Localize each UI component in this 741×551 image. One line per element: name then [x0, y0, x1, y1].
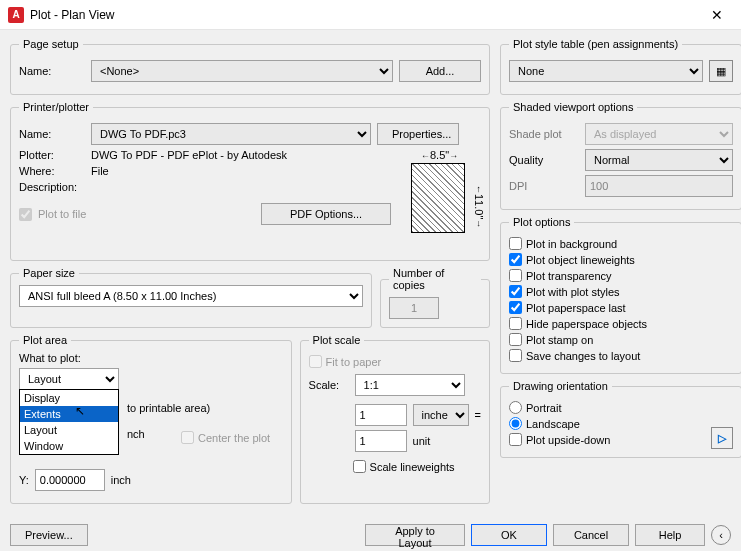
shade-plot-label: Shade plot — [509, 128, 579, 140]
plot-stamp-checkbox[interactable] — [509, 333, 522, 346]
paper-size-select[interactable]: ANSI full bleed A (8.50 x 11.00 Inches) — [19, 285, 363, 307]
quality-select[interactable]: Normal — [585, 149, 733, 171]
help-button[interactable]: Help — [635, 524, 705, 546]
window-title: Plot - Plan View — [30, 8, 701, 22]
copies-legend: Number of copies — [389, 267, 481, 291]
scale-denominator[interactable] — [355, 430, 407, 452]
what-to-plot-select[interactable]: Layout — [19, 368, 119, 390]
plot-transparency-label: Plot transparency — [526, 270, 612, 282]
y-offset-input[interactable] — [35, 469, 105, 491]
plot-area-group: Plot area What to plot: Layout Display E… — [10, 334, 292, 504]
paper-preview: ←8.5"→ ←11.0"→ — [401, 145, 481, 245]
shade-plot-select: As displayed — [585, 123, 733, 145]
plot-stamp-label: Plot stamp on — [526, 334, 593, 346]
apply-layout-button[interactable]: Apply to Layout — [365, 524, 465, 546]
plot-background-checkbox[interactable] — [509, 237, 522, 250]
cancel-button[interactable]: Cancel — [553, 524, 629, 546]
plot-scale-legend: Plot scale — [309, 334, 365, 346]
paper-height-dim: ←11.0"→ — [473, 185, 485, 228]
page-setup-group: Page setup Name: <None> Add... — [10, 38, 490, 95]
plot-to-file-checkbox — [19, 208, 32, 221]
landscape-radio[interactable] — [509, 417, 522, 430]
landscape-label: Landscape — [526, 418, 580, 430]
close-button[interactable]: ✕ — [701, 3, 733, 27]
plot-options-group: Plot options Plot in background Plot obj… — [500, 216, 741, 374]
pdf-options-button[interactable]: PDF Options... — [261, 203, 391, 225]
plot-styles-label: Plot with plot styles — [526, 286, 620, 298]
portrait-radio[interactable] — [509, 401, 522, 414]
dpi-label: DPI — [509, 180, 579, 192]
paper-width-dim: ←8.5"→ — [421, 149, 458, 161]
y-label: Y: — [19, 474, 29, 486]
plot-style-edit-button[interactable]: ▦ — [709, 60, 733, 82]
scale-lineweights-checkbox[interactable] — [353, 460, 366, 473]
orientation-icon: ▷ — [711, 427, 733, 449]
scale-select[interactable]: 1:1 — [355, 374, 465, 396]
printer-legend: Printer/plotter — [19, 101, 93, 113]
y-unit: inch — [111, 474, 131, 486]
scale-lineweights-label: Scale lineweights — [370, 461, 455, 473]
dd-option-display[interactable]: Display — [20, 390, 118, 406]
copies-input — [389, 297, 439, 319]
portrait-label: Portrait — [526, 402, 561, 414]
paper-size-legend: Paper size — [19, 267, 79, 279]
plot-background-label: Plot in background — [526, 238, 617, 250]
printable-area-text: to printable area) — [127, 402, 210, 414]
plot-scale-group: Plot scale Fit to paper Scale: 1:1 inche… — [300, 334, 490, 504]
shaded-viewport-group: Shaded viewport options Shade plot As di… — [500, 101, 741, 210]
dd-option-layout[interactable]: Layout — [20, 422, 118, 438]
shaded-legend: Shaded viewport options — [509, 101, 637, 113]
save-changes-label: Save changes to layout — [526, 350, 640, 362]
expand-button[interactable]: ‹ — [711, 525, 731, 545]
ok-button[interactable]: OK — [471, 524, 547, 546]
page-setup-legend: Page setup — [19, 38, 83, 50]
plotter-value: DWG To PDF - PDF ePlot - by Autodesk — [91, 149, 287, 161]
footer: Preview... Apply to Layout OK Cancel Hel… — [0, 520, 741, 550]
unit-label: unit — [413, 435, 431, 447]
what-to-plot-dropdown: Display Extents Layout Window — [19, 389, 119, 455]
plot-paperspace-checkbox[interactable] — [509, 301, 522, 314]
page-name-label: Name: — [19, 65, 85, 77]
plot-style-legend: Plot style table (pen assignments) — [509, 38, 682, 50]
preview-button[interactable]: Preview... — [10, 524, 88, 546]
properties-button[interactable]: Properties... — [377, 123, 459, 145]
orientation-group: Drawing orientation Portrait Landscape P… — [500, 380, 741, 458]
where-value: File — [91, 165, 109, 177]
plotter-label: Plotter: — [19, 149, 85, 161]
plot-lineweights-checkbox[interactable] — [509, 253, 522, 266]
orientation-legend: Drawing orientation — [509, 380, 612, 392]
dd-option-window[interactable]: Window — [20, 438, 118, 454]
hide-paperspace-checkbox[interactable] — [509, 317, 522, 330]
plot-transparency-checkbox[interactable] — [509, 269, 522, 282]
upside-down-checkbox[interactable] — [509, 433, 522, 446]
scale-numerator[interactable] — [355, 404, 407, 426]
titlebar: A Plot - Plan View ✕ — [0, 0, 741, 30]
plot-paperspace-label: Plot paperspace last — [526, 302, 626, 314]
equals-label: = — [475, 409, 481, 421]
paper-size-group: Paper size ANSI full bleed A (8.50 x 11.… — [10, 267, 372, 328]
upside-down-label: Plot upside-down — [526, 434, 610, 446]
printer-name-select[interactable]: DWG To PDF.pc3 — [91, 123, 371, 145]
plot-styles-checkbox[interactable] — [509, 285, 522, 298]
save-changes-checkbox[interactable] — [509, 349, 522, 362]
fit-to-paper-checkbox — [309, 355, 322, 368]
dd-option-extents[interactable]: Extents — [20, 406, 118, 422]
where-label: Where: — [19, 165, 85, 177]
add-button[interactable]: Add... — [399, 60, 481, 82]
printer-name-label: Name: — [19, 128, 85, 140]
dpi-input — [585, 175, 733, 197]
copies-group: Number of copies — [380, 267, 490, 328]
plot-style-select[interactable]: None — [509, 60, 703, 82]
quality-label: Quality — [509, 154, 579, 166]
center-plot-label: Center the plot — [198, 432, 270, 444]
printer-group: Printer/plotter Name: DWG To PDF.pc3 Pro… — [10, 101, 490, 261]
what-to-plot-label: What to plot: — [19, 352, 283, 364]
scale-units-select[interactable]: inches — [413, 404, 469, 426]
hide-paperspace-label: Hide paperspace objects — [526, 318, 647, 330]
plot-area-legend: Plot area — [19, 334, 71, 346]
plot-to-file-label: Plot to file — [38, 208, 86, 220]
description-label: Description: — [19, 181, 85, 193]
center-plot-checkbox — [181, 431, 194, 444]
app-icon: A — [8, 7, 24, 23]
page-name-select[interactable]: <None> — [91, 60, 393, 82]
